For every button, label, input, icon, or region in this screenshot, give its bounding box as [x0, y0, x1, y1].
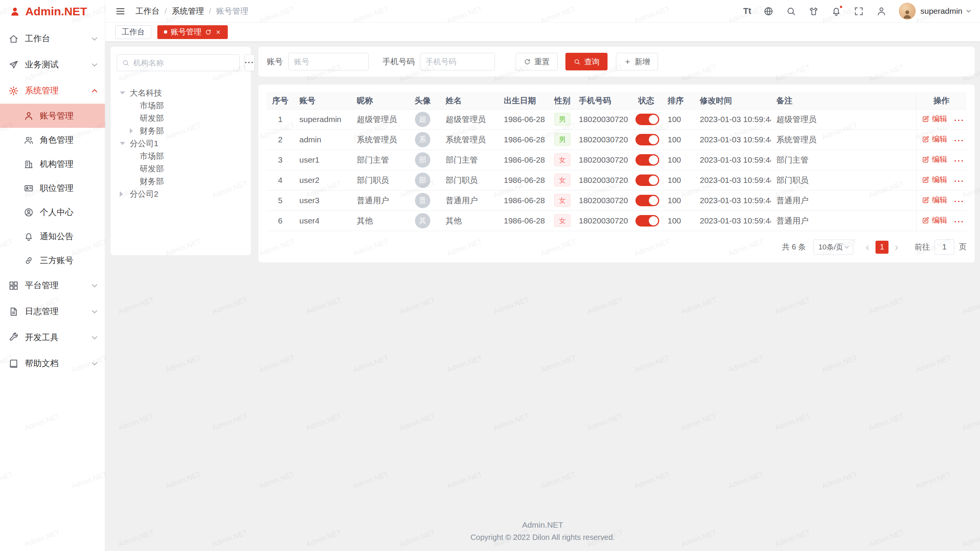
app-logo[interactable]: Admin.NET	[0, 0, 105, 23]
caret-right-icon[interactable]	[130, 128, 133, 134]
col-header-order: 排序	[662, 92, 694, 109]
sidebar-item-notice[interactable]: 通知公告	[0, 224, 105, 248]
table-row[interactable]: 4 user2 部门职员 部 部门职员 1986-06-28 女 1802003…	[266, 170, 967, 190]
notification-bell-icon[interactable]	[831, 6, 841, 16]
col-header-no: 序号	[266, 92, 294, 109]
goto-page-input[interactable]	[934, 240, 954, 255]
reset-button[interactable]: 重置	[516, 53, 558, 70]
user-menu[interactable]: superadmin	[899, 3, 970, 20]
tree-node-dept[interactable]: 研发部	[117, 162, 245, 175]
cell-modified-time: 2023-01-03 10:59:44	[694, 170, 771, 190]
tree-node-dept[interactable]: 研发部	[117, 112, 245, 124]
tree-node-branch2[interactable]: 分公司2	[117, 187, 245, 200]
refresh-icon[interactable]	[205, 29, 212, 36]
footer-copyright: Copyright © 2022 Dilon All rights reserv…	[105, 533, 980, 542]
account-table: 序号 账号 昵称 头像 姓名 出生日期 性别 手机号码 状态 排序 修改时间	[266, 92, 967, 231]
row-more-button[interactable]: ···	[954, 156, 965, 165]
tree-node-label: 研发部	[140, 163, 164, 174]
sidebar-item-account-management[interactable]: 账号管理	[0, 104, 105, 128]
sidebar-item-workbench[interactable]: 工作台	[0, 26, 105, 52]
cell-nickname: 部门主管	[351, 150, 405, 170]
close-icon[interactable]	[215, 29, 221, 35]
page-size-select[interactable]: 10条/页	[813, 240, 853, 255]
fullscreen-icon[interactable]	[854, 6, 864, 16]
org-search-input[interactable]	[133, 59, 235, 67]
add-button-label: 新增	[635, 57, 650, 67]
tree-node-dept[interactable]: 市场部	[117, 150, 245, 162]
sidebar-item-business-test[interactable]: 业务测试	[0, 52, 105, 78]
col-header-status: 状态	[630, 92, 662, 109]
cell-account: admin	[294, 129, 351, 150]
font-size-icon[interactable]: Tt	[743, 6, 751, 16]
sidebar-item-org-management[interactable]: 机构管理	[0, 152, 105, 176]
chevron-down-icon	[844, 244, 849, 248]
row-more-button[interactable]: ···	[954, 116, 965, 124]
tree-node-company[interactable]: 大名科技	[117, 86, 245, 99]
globe-icon[interactable]	[763, 6, 774, 16]
breadcrumb-item-system[interactable]: 系统管理	[172, 6, 204, 16]
tree-more-button[interactable]: ···	[244, 54, 255, 71]
tree-node-dept[interactable]: 市场部	[117, 99, 245, 112]
add-button[interactable]: 新增	[616, 53, 658, 70]
phone-input[interactable]	[420, 53, 495, 70]
caret-right-icon[interactable]	[120, 191, 123, 197]
cell-remark: 超级管理员	[771, 109, 916, 129]
tab-account-management[interactable]: 账号管理	[157, 25, 228, 39]
breadcrumb-separator: /	[209, 7, 211, 16]
edit-button[interactable]: 编辑	[922, 114, 947, 124]
sidebar-item-label: 三方账号	[40, 255, 74, 266]
row-more-button[interactable]: ···	[954, 197, 965, 205]
sidebar-item-role-management[interactable]: 角色管理	[0, 128, 105, 152]
sidebar-item-system-management[interactable]: 系统管理	[0, 78, 105, 104]
sidebar-item-position-management[interactable]: 职位管理	[0, 176, 105, 200]
table-row[interactable]: 6 user4 其他 其 其他 1986-06-28 女 18020030720…	[266, 210, 967, 231]
edit-button[interactable]: 编辑	[922, 195, 947, 205]
tree-node-dept[interactable]: 财务部	[117, 175, 245, 187]
sidebar-item-third-party-account[interactable]: 三方账号	[0, 248, 105, 272]
profile-user-icon[interactable]	[876, 6, 887, 16]
row-more-button[interactable]: ···	[954, 217, 965, 226]
edit-button[interactable]: 编辑	[922, 215, 947, 225]
tab-workbench[interactable]: 工作台	[115, 25, 151, 39]
tree-node-dept[interactable]: 财务部	[117, 124, 245, 137]
prev-page-button[interactable]: ‹	[861, 241, 874, 254]
edit-button[interactable]: 编辑	[922, 134, 947, 144]
caret-down-icon[interactable]	[120, 91, 125, 95]
table-row[interactable]: 5 user3 普通用户 普 普通用户 1986-06-28 女 1802003…	[266, 190, 967, 210]
org-search-box[interactable]	[117, 54, 240, 71]
user-icon	[24, 111, 34, 121]
caret-down-icon[interactable]	[120, 142, 125, 145]
hamburger-menu-icon[interactable]	[115, 6, 126, 16]
status-toggle[interactable]	[635, 134, 659, 145]
cell-nickname: 部门职员	[351, 170, 405, 190]
edit-button[interactable]: 编辑	[922, 154, 947, 165]
status-toggle[interactable]	[635, 174, 659, 186]
status-toggle[interactable]	[635, 114, 659, 125]
next-page-button[interactable]: ›	[890, 241, 903, 254]
sidebar-item-personal-center[interactable]: 个人中心	[0, 200, 105, 224]
col-header-name: 姓名	[440, 92, 498, 109]
status-toggle[interactable]	[635, 195, 659, 206]
brand-name: Admin.NET	[25, 5, 87, 18]
status-toggle[interactable]	[635, 215, 659, 227]
sidebar-item-help-docs[interactable]: 帮助文档	[0, 350, 105, 377]
query-button[interactable]: 查询	[565, 53, 608, 70]
search-icon[interactable]	[786, 6, 796, 16]
breadcrumb-item-workbench[interactable]: 工作台	[136, 6, 160, 16]
row-more-button[interactable]: ···	[954, 136, 965, 145]
tree-node-branch1[interactable]: 分公司1	[117, 137, 245, 150]
page-number-button[interactable]: 1	[875, 241, 889, 254]
search-icon	[122, 59, 130, 67]
sidebar-item-platform-management[interactable]: 平台管理	[0, 272, 105, 298]
status-toggle[interactable]	[635, 154, 659, 166]
table-row[interactable]: 2 admin 系统管理员 系 系统管理员 1986-06-28 男 18020…	[266, 129, 967, 150]
table-row[interactable]: 3 user1 部门主管 部 部门主管 1986-06-28 女 1802003…	[266, 150, 967, 170]
row-more-button[interactable]: ···	[954, 176, 965, 185]
sidebar-item-log-management[interactable]: 日志管理	[0, 298, 105, 324]
theme-skin-icon[interactable]	[808, 6, 819, 16]
edit-button[interactable]: 编辑	[922, 174, 947, 185]
cell-order: 100	[662, 150, 694, 170]
sidebar-item-dev-tools[interactable]: 开发工具	[0, 324, 105, 350]
table-row[interactable]: 1 superadmin 超级管理员 超 超级管理员 1986-06-28 男 …	[266, 109, 967, 129]
account-input[interactable]	[288, 53, 369, 70]
